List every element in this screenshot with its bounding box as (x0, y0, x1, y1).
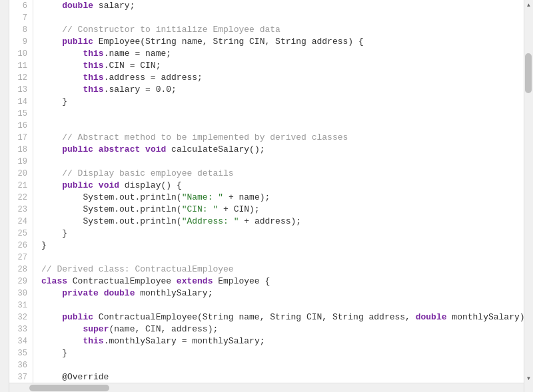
code-token (93, 180, 99, 190)
code-line (41, 108, 524, 120)
code-line: this.CIN = CIN; (41, 60, 524, 72)
scroll-bottom-thumb[interactable] (29, 385, 109, 391)
code-line: // Abstract method to be implemented by … (41, 132, 524, 144)
code-token (41, 61, 83, 71)
code-token: (name, CIN, address); (109, 324, 218, 334)
scroll-up-arrow[interactable]: ▲ (524, 0, 533, 9)
code-token: "Address: " (182, 216, 239, 226)
code-token: this (83, 61, 103, 71)
code-token: System.out (83, 204, 135, 214)
code-token (41, 132, 62, 142)
code-token: } (41, 240, 47, 250)
code-token (41, 192, 83, 202)
code-token: ContractualEmployee(String name, String … (93, 312, 416, 322)
code-line: // Constructor to initialize Employee da… (41, 24, 524, 36)
line-number: 6 (12, 0, 27, 12)
line-number: 25 (12, 228, 27, 240)
code-line: System.out.println("Address: " + address… (41, 216, 524, 228)
code-token: extends (177, 276, 213, 286)
line-number: 23 (12, 204, 27, 216)
line-number: 35 (12, 347, 27, 359)
code-token: "CIN: " (182, 204, 219, 214)
line-number: 21 (12, 180, 27, 192)
line-number: 9 (12, 36, 27, 48)
code-token: class (41, 276, 67, 286)
code-line: // Derived class: ContractualEmployee (41, 264, 524, 276)
code-token: double (416, 312, 447, 322)
code-token: super (83, 324, 109, 334)
line-number: 14 (12, 96, 27, 108)
code-token (41, 144, 62, 154)
code-token: // Constructor to initialize Employee da… (62, 25, 280, 35)
code-token: .println( (135, 192, 181, 202)
line-number: 8 (12, 24, 27, 36)
code-token: @Override (41, 372, 109, 382)
code-token (41, 168, 62, 178)
code-line: @Override (41, 371, 524, 383)
line-numbers: 6789101112131415161718192021222324252627… (9, 0, 33, 392)
code-token (41, 37, 62, 47)
code-token: ContractualEmployee (67, 276, 177, 286)
code-token: public (62, 180, 93, 190)
scrollbar-bottom[interactable] (9, 383, 524, 392)
code-token: double (62, 1, 93, 11)
code-token: Employee { (213, 276, 270, 286)
code-line: System.out.println("CIN: " + CIN); (41, 204, 524, 216)
code-token (41, 25, 62, 35)
code-token (41, 73, 83, 83)
code-line: public abstract void calculateSalary(); (41, 144, 524, 156)
code-line: } (41, 96, 524, 108)
line-number: 10 (12, 48, 27, 60)
code-token: // Derived class: ContractualEmployee (41, 264, 234, 274)
code-token: } (41, 228, 67, 238)
code-line (41, 299, 524, 311)
code-token: void (99, 180, 119, 190)
code-token (41, 204, 83, 214)
code-token: } (41, 97, 67, 106)
line-number: 33 (12, 323, 27, 335)
code-token: .CIN = CIN; (104, 61, 161, 71)
code-token: abstract (99, 144, 140, 154)
code-token: public (62, 144, 93, 154)
line-number: 15 (12, 108, 27, 120)
code-token: public (62, 37, 93, 47)
code-token: monthlySalary; (135, 288, 213, 298)
code-line: } (41, 347, 524, 359)
line-number: 28 (12, 264, 27, 276)
scroll-down-arrow[interactable]: ▼ (524, 373, 533, 383)
code-content[interactable]: double salary; // Constructor to initial… (33, 0, 524, 392)
code-token: private (62, 288, 99, 298)
code-line: } (41, 240, 524, 252)
code-token (99, 288, 104, 298)
code-token: + CIN); (218, 204, 259, 214)
code-line: public ContractualEmployee(String name, … (41, 311, 524, 323)
line-number: 18 (12, 144, 27, 156)
code-line (41, 252, 524, 264)
line-number: 11 (12, 60, 27, 72)
line-number: 20 (12, 168, 27, 180)
line-number: 27 (12, 252, 27, 264)
code-token: salary; (93, 1, 135, 11)
scrollbar-left[interactable] (0, 0, 9, 392)
code-line: super(name, CIN, address); (41, 323, 524, 335)
line-number: 30 (12, 288, 27, 299)
line-number: 32 (12, 311, 27, 323)
code-area: 6789101112131415161718192021222324252627… (9, 0, 524, 392)
code-line (41, 156, 524, 168)
code-token: monthlySalary) { (447, 312, 524, 322)
code-token: .println( (135, 204, 181, 214)
line-number: 22 (12, 192, 27, 204)
code-line: this.monthlySalary = monthlySalary; (41, 335, 524, 347)
code-token: this (83, 85, 103, 95)
code-token (41, 288, 62, 298)
code-token: "Name: " (182, 192, 223, 202)
code-token (41, 216, 83, 226)
code-line: this.address = address; (41, 72, 524, 84)
scroll-thumb[interactable] (525, 53, 532, 93)
line-number: 17 (12, 132, 27, 144)
line-number: 36 (12, 359, 27, 371)
code-token: .address = address; (104, 73, 203, 83)
code-token: Employee(String name, String CIN, String… (93, 37, 364, 47)
line-number: 26 (12, 240, 27, 252)
scrollbar-right[interactable]: ▲ ▼ (524, 0, 533, 392)
